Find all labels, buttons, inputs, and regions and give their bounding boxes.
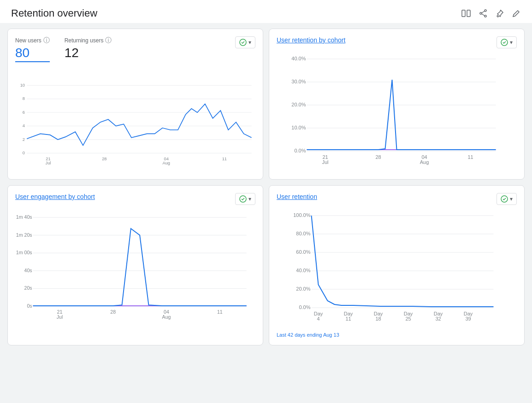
card-users-overview: New users ⓘ 80 Returning users ⓘ 12	[7, 29, 263, 180]
svg-text:40.0%: 40.0%	[296, 268, 310, 273]
svg-text:30.0%: 30.0%	[291, 79, 306, 84]
svg-text:0.0%: 0.0%	[294, 148, 306, 153]
svg-text:40s: 40s	[24, 268, 32, 273]
svg-text:10: 10	[20, 83, 25, 88]
chevron-down-icon-ec: ▾	[248, 196, 251, 202]
returning-users-label: Returning users ⓘ	[65, 36, 112, 45]
page-header: Retention overview	[0, 0, 532, 23]
card-retention-cohort: User retention by cohort ▾	[269, 29, 525, 180]
returning-users-metric: Returning users ⓘ 12	[65, 36, 112, 62]
chart-users-overview: 10 8 6 4 2 0 21 Jul 28 04 Aug 11	[15, 70, 255, 171]
svg-text:25: 25	[405, 316, 411, 321]
returning-users-value: 12	[65, 46, 112, 60]
check-button-engagement-cohort[interactable]: ▾	[235, 193, 255, 205]
card-title-retention-cohort[interactable]: User retention by cohort	[277, 36, 345, 44]
svg-point-2	[485, 10, 486, 12]
svg-text:8: 8	[23, 96, 25, 101]
svg-text:Jul: Jul	[57, 314, 63, 320]
svg-text:18: 18	[375, 316, 381, 321]
card-engagement-cohort: User engagement by cohort ▾	[7, 185, 263, 345]
card-controls-engagement-cohort: ▾	[235, 193, 255, 205]
svg-point-3	[485, 15, 486, 17]
metrics-row: New users ⓘ 80 Returning users ⓘ 12	[15, 36, 112, 62]
svg-text:1m 20s: 1m 20s	[16, 232, 32, 238]
header-actions	[461, 8, 521, 18]
share-icon[interactable]	[479, 9, 488, 18]
svg-text:0: 0	[23, 151, 25, 155]
chart-user-retention: 100.0% 80.0% 60.0% 40.0% 20.0% 0.0% Day …	[277, 209, 517, 328]
new-users-value: 80	[15, 46, 50, 62]
edit-icon[interactable]	[512, 9, 521, 18]
retention-footer-note: Last 42 days ending Aug 13	[277, 332, 517, 338]
svg-text:28: 28	[102, 157, 106, 161]
chevron-down-icon-rc: ▾	[510, 39, 513, 46]
svg-text:11: 11	[222, 157, 227, 161]
svg-text:32: 32	[435, 316, 441, 321]
svg-text:4: 4	[317, 316, 319, 321]
card-title-user-retention[interactable]: User retention	[277, 193, 317, 200]
card-controls-user-retention: ▾	[497, 193, 517, 205]
svg-text:1m 40s: 1m 40s	[16, 214, 32, 220]
svg-text:4: 4	[23, 123, 25, 128]
check-button-users[interactable]: ▾	[235, 36, 255, 48]
pin-icon[interactable]	[495, 9, 504, 18]
svg-text:1m 00s: 1m 00s	[16, 250, 32, 255]
card-header-users: New users ⓘ 80 Returning users ⓘ 12	[15, 36, 255, 66]
svg-text:60.0%: 60.0%	[296, 249, 310, 255]
svg-text:0s: 0s	[27, 303, 32, 309]
check-button-user-retention[interactable]: ▾	[497, 193, 517, 205]
chart-retention-cohort: 40.0% 30.0% 20.0% 10.0% 0.0% 21 Jul 28 0…	[277, 52, 517, 172]
svg-text:100.0%: 100.0%	[293, 212, 311, 218]
svg-text:11: 11	[467, 154, 473, 160]
svg-rect-1	[467, 10, 470, 17]
svg-text:6: 6	[23, 110, 25, 115]
svg-text:28: 28	[110, 309, 116, 315]
dashboard: New users ⓘ 80 Returning users ⓘ 12	[0, 23, 532, 351]
card-title-engagement-cohort[interactable]: User engagement by cohort	[15, 193, 95, 200]
svg-text:10.0%: 10.0%	[291, 125, 306, 130]
svg-text:20.0%: 20.0%	[296, 286, 310, 292]
svg-text:28: 28	[375, 154, 381, 160]
svg-text:11: 11	[217, 309, 223, 315]
new-users-metric: New users ⓘ 80	[15, 36, 50, 62]
svg-text:11: 11	[345, 316, 351, 321]
svg-text:80.0%: 80.0%	[296, 231, 310, 236]
svg-text:20s: 20s	[24, 285, 32, 291]
chart-engagement-cohort: 1m 40s 1m 20s 1m 00s 40s 20s 0s 21 Jul 2…	[15, 209, 255, 328]
svg-point-4	[480, 12, 482, 14]
returning-users-info-icon[interactable]: ⓘ	[105, 36, 112, 45]
new-users-label: New users ⓘ	[15, 36, 50, 45]
check-button-retention-cohort[interactable]: ▾	[497, 36, 517, 48]
svg-line-5	[482, 11, 485, 13]
svg-text:40.0%: 40.0%	[291, 56, 306, 61]
new-users-info-icon[interactable]: ⓘ	[43, 36, 50, 45]
svg-text:0.0%: 0.0%	[299, 304, 310, 310]
card-controls-users: ▾	[235, 36, 255, 48]
svg-rect-0	[462, 10, 465, 17]
card-controls-retention-cohort: ▾	[497, 36, 517, 48]
svg-text:Aug: Aug	[162, 314, 171, 320]
svg-text:20.0%: 20.0%	[291, 102, 306, 107]
svg-text:39: 39	[465, 316, 471, 321]
svg-text:Jul: Jul	[322, 159, 328, 165]
card-user-retention: User retention ▾	[269, 185, 525, 345]
svg-text:2: 2	[23, 137, 25, 142]
svg-text:Aug: Aug	[163, 161, 170, 165]
card-header-engagement-cohort: User engagement by cohort ▾	[15, 193, 255, 205]
page-title: Retention overview	[11, 7, 97, 19]
chevron-down-icon: ▾	[248, 39, 251, 46]
svg-text:Aug: Aug	[420, 159, 429, 165]
svg-text:Jul: Jul	[46, 161, 51, 165]
chevron-down-icon-ur: ▾	[510, 196, 513, 202]
card-header-user-retention: User retention ▾	[277, 193, 517, 205]
card-header-retention-cohort: User retention by cohort ▾	[277, 36, 517, 48]
svg-line-6	[482, 14, 485, 16]
compare-icon[interactable]	[461, 8, 471, 18]
